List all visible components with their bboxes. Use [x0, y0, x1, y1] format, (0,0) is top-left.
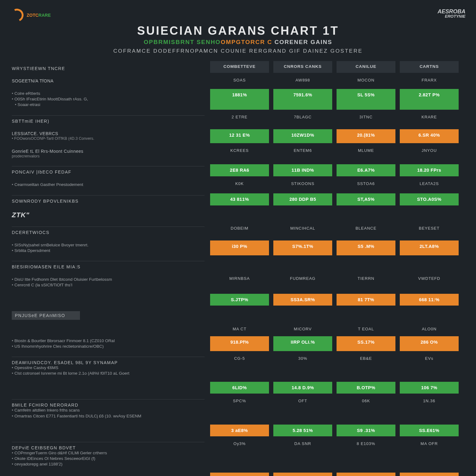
lbl-1-2: 3ITNC — [337, 113, 395, 126]
lbl-8-2: 06K — [337, 397, 395, 421]
val-4-0: i30 P% — [210, 240, 269, 255]
val-7-0: 6LID% — [210, 382, 269, 394]
gap-8-2 — [337, 209, 395, 210]
logo-left-b: RARE — [38, 13, 51, 18]
lbl-5-1: FUDMREAG — [273, 275, 332, 290]
lbl-3-2: SSTOA6 — [337, 180, 395, 189]
lbl-6-0: MA CT — [210, 325, 269, 333]
lbl-0-1: AW898 — [273, 77, 332, 85]
lbl-5-2: TIERRN — [337, 275, 395, 290]
val-0-2: SL 5S% — [337, 89, 395, 110]
val-1-1: 10ZW1D% — [273, 129, 332, 143]
gap-8-0 — [210, 209, 269, 210]
lbl-7-0: CG-5 — [210, 355, 269, 378]
lbl-6-3: ALO0N — [400, 325, 459, 333]
left-row-0: SOGEETN/A TfONA — [11, 77, 206, 85]
left-row-6: Cearmseiltan Gasther Pnestodement — [11, 180, 206, 189]
val-6-0: 918.Pf% — [210, 336, 269, 351]
val-3-0: 43 811% — [210, 193, 269, 205]
lbl-1-0: 2 ETRE — [210, 113, 269, 126]
val-3-1: 280 DDP B5 — [273, 193, 332, 205]
left-row-17: DEAWIUINDCDY. ESADEL 98L 9Y SYNAMAPOpess… — [11, 355, 206, 378]
val-4-1: S7%.1T% — [273, 240, 332, 255]
left-row-9: DCERETWIOCS — [11, 225, 206, 237]
val-5-1: SS3A.SR% — [273, 294, 332, 306]
left-row-5: PONCAIV |IbECO FEDAF — [11, 164, 206, 176]
left-row-3: LESSIATCE. VEBRCSFOOworsOCONP-Tartl OlTf… — [11, 129, 206, 143]
val-7-3: 106 7% — [400, 382, 459, 394]
val-9-0: 205% — [210, 473, 269, 476]
val-4-3: 2LT.A8% — [400, 240, 459, 255]
lbl-9-2: 8 E103% — [337, 440, 395, 469]
val-6-2: SS.17% — [337, 336, 395, 351]
val-1-0: 12 31 E% — [210, 129, 269, 143]
title-block: SUIECIAN GARANS CHART 1T OPBRMISBRNT SEN… — [11, 24, 465, 54]
left-row-13 — [11, 294, 206, 306]
val-6-3: 286 O% — [400, 336, 459, 351]
gap-11-3 — [400, 259, 459, 260]
val-1-2: 20.(81% — [337, 129, 395, 143]
gap-14-1 — [273, 309, 332, 311]
left-row-2: SBTTmiE IHER) — [11, 113, 206, 126]
lbl-9-0: Oy3% — [210, 440, 269, 469]
subtitle-1: OPBRMISBRNT SENHOOMPGTORCR C CORENER GAI… — [11, 39, 465, 46]
left-row-16: Btostn & Bourtler Bbrorsacr Finmoer 8.1 … — [11, 336, 206, 351]
lbl-6-2: T EOAL — [337, 325, 395, 333]
lbl-5-3: VWDTEFD — [400, 275, 459, 290]
left-row-14: PNJUSeE PEAnMISO — [11, 309, 206, 322]
val-9-1: S%9.31% — [273, 473, 332, 476]
val-7-1: 14.8 D.9% — [273, 382, 332, 394]
logo-left: ZOTCRARE — [11, 9, 51, 22]
val-8-3: SS.E61% — [400, 425, 459, 436]
gap-14-3 — [400, 309, 459, 311]
left-row-20 — [11, 425, 206, 436]
left-row-7: SOWNRODY BPOVLENIKBS — [11, 193, 206, 205]
val-5-3: 668 11:% — [400, 294, 459, 306]
lbl-9-1: DA SNR — [273, 440, 332, 469]
logo-left-a: ZOTC — [27, 13, 38, 18]
swoosh-icon — [9, 7, 25, 24]
lbl-4-3: BEYESET — [400, 225, 459, 237]
lbl-3-1: STIKOONS — [273, 180, 332, 189]
val-8-0: 3 aE8% — [210, 425, 269, 436]
lbl-8-3: 1N.36 — [400, 397, 459, 421]
val-8-2: S9 .31% — [337, 425, 395, 436]
lbl-8-0: SPC% — [210, 397, 269, 421]
lbl-2-3: JNYOU — [400, 147, 459, 161]
lbl-3-0: K0K — [210, 180, 269, 189]
val-9-3: 35.2 29:% — [400, 473, 459, 476]
lbl-8-1: OFT — [273, 397, 332, 421]
lbl-0-2: MOCON — [337, 77, 395, 85]
gap-11-1 — [273, 259, 332, 260]
val-2-0: 2E8 RA6 — [210, 164, 269, 176]
gap-11-2 — [337, 259, 395, 260]
lbl-9-3: MA OFR — [400, 440, 459, 469]
lbl-2-0: KCREES — [210, 147, 269, 161]
lbl-5-0: MIRNBSA — [210, 275, 269, 290]
subtitle-2: COFRAMCE DODEFFRNOPAMCN COUNIE RERGRAND … — [11, 48, 465, 54]
val-5-0: S.JTP% — [210, 294, 269, 306]
lbl-2-1: ENTEM6 — [273, 147, 332, 161]
col-header-2: CANILUE — [337, 61, 395, 73]
lbl-0-3: FRARX — [400, 77, 459, 85]
lbl-2-2: MLUME — [337, 147, 395, 161]
lbl-0-0: SOAS — [210, 77, 269, 85]
lbl-7-2: EB&E — [337, 355, 395, 378]
left-row-18 — [11, 382, 206, 394]
left-row-11: BlESIRIOMASEN EILE MIA:S — [11, 259, 206, 271]
col-header-1: CNRORS CANKS — [273, 61, 332, 73]
lbl-1-1: 7BLAGC — [273, 113, 332, 126]
val-1-3: 6.SR 40% — [400, 129, 459, 143]
val-9-2: 40 0P% — [337, 473, 395, 476]
gap-8-3 — [400, 209, 459, 210]
val-2-3: 18.20 FPrs — [400, 164, 459, 176]
left-row-4: GonrieE tL El Rrs-Moont Cuinneesprodecre… — [11, 147, 206, 161]
val-0-3: 2.82T P% — [400, 89, 459, 110]
val-0-0: 1881% — [210, 89, 269, 110]
row-h0: WRYSTIEEWN TNCRE — [11, 61, 206, 73]
val-4-2: S5 .M% — [337, 240, 395, 255]
left-row-21: DEPviE CEtBSEGN BDVETCOPmngerTuerm Giro … — [11, 440, 206, 469]
left-row-8: ZTK" — [11, 209, 206, 221]
header: ZOTCRARE AESROBA EROTYNIE — [11, 9, 465, 22]
val-6-1: IIRP OLI.% — [273, 336, 332, 351]
